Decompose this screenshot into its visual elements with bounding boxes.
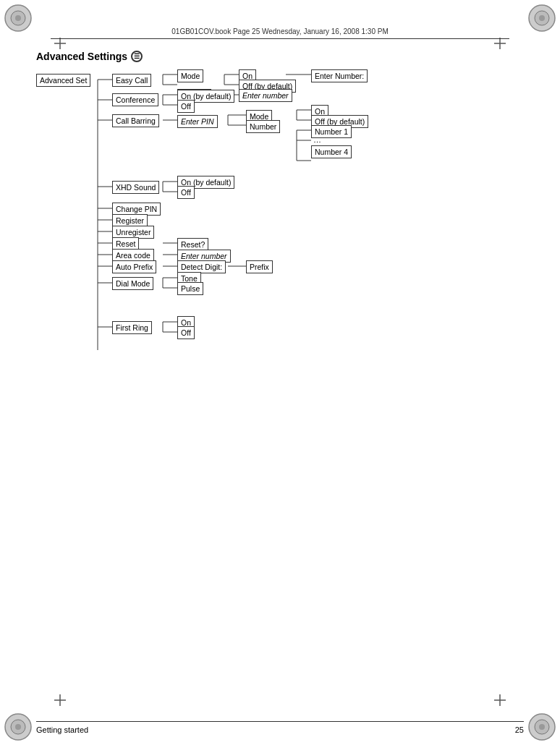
svg-line-52 <box>297 125 311 130</box>
corner-decoration-bl <box>4 705 40 741</box>
node-dial-mode: Dial Mode <box>112 277 153 290</box>
node-prefix: Prefix <box>246 260 273 273</box>
node-conf-off: Off <box>177 100 195 113</box>
node-number-cb: Number <box>246 120 280 133</box>
node-conference: Conference <box>112 93 158 106</box>
node-advanced-set: Advanced Set <box>36 74 90 87</box>
crosshair-top-left <box>54 38 66 51</box>
node-xhd-sound: XHD Sound <box>112 181 159 194</box>
node-enter-pin: Enter PIN <box>177 115 218 128</box>
svg-point-5 <box>539 15 545 21</box>
node-first-ring: First Ring <box>112 321 152 334</box>
header-line <box>51 38 509 39</box>
node-pulse: Pulse <box>177 282 203 295</box>
title-text: Advanced Settings <box>36 51 127 62</box>
node-easy-call: Easy Call <box>112 74 151 87</box>
footer-right: 25 <box>515 725 524 734</box>
node-xhd-off: Off <box>177 186 195 199</box>
node-number4: Number 4 <box>311 145 352 158</box>
footer: Getting started 25 <box>36 721 524 734</box>
corner-decoration-br <box>520 705 556 741</box>
node-enter-number-italic: Enter number <box>239 89 292 102</box>
tree-diagram: Advanced Set Easy Call Conference Call B… <box>36 69 528 380</box>
node-call-barring: Call Barring <box>112 114 159 127</box>
svg-point-2 <box>15 15 21 21</box>
node-enter-number: Enter Number: <box>311 69 368 82</box>
box-advanced-set: Advanced Set <box>36 74 90 87</box>
menu-icon: ☰ <box>131 51 143 62</box>
header-text: 01GB01COV.book Page 25 Wednesday, Januar… <box>0 27 560 35</box>
svg-point-8 <box>15 724 21 730</box>
tree-svg <box>36 69 528 380</box>
node-auto-prefix: Auto Prefix <box>112 260 156 273</box>
footer-left: Getting started <box>36 725 88 734</box>
svg-point-11 <box>539 724 545 730</box>
node-mode-ec: Mode <box>177 69 203 82</box>
crosshair-top-right <box>494 38 506 51</box>
node-first-ring-off: Off <box>177 326 195 339</box>
node-ellipsis: … <box>313 135 321 144</box>
page-title: Advanced Settings ☰ <box>36 51 524 62</box>
